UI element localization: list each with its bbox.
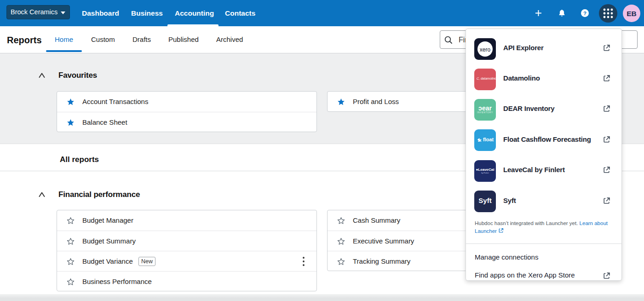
svg-text:xero: xero [480, 46, 491, 53]
svg-text:EB: EB [627, 9, 637, 17]
svg-text:?: ? [583, 11, 586, 16]
